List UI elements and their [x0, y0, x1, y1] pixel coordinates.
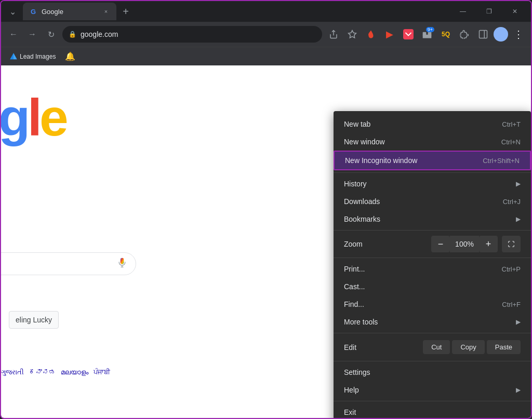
lang-kannada[interactable]: ಕನ್ನಡ [29, 368, 56, 376]
sidebar-toggle-icon[interactable] [475, 26, 491, 43]
minimize-button[interactable]: — [451, 3, 475, 20]
lang-malayalam[interactable]: മലയാളം [61, 368, 88, 376]
svg-marker-1 [349, 31, 356, 38]
tab-close-button[interactable]: × [102, 7, 110, 16]
address-bar[interactable]: 🔒 google.com [62, 26, 322, 43]
context-menu: New tab Ctrl+T New window Ctrl+N New Inc… [334, 111, 531, 418]
menu-section-settings: Settings Help ▶ [334, 361, 531, 401]
5q-icon[interactable]: 5Q [437, 26, 454, 43]
notification-bell-icon[interactable]: 🔔 [62, 48, 78, 65]
menu-item-new-tab[interactable]: New tab Ctrl+T [334, 115, 531, 133]
menu-item-new-window[interactable]: New window Ctrl+N [334, 133, 531, 151]
menu-item-bookmarks[interactable]: Bookmarks ▶ [334, 210, 531, 228]
zoom-controls-row: Zoom − 100% + [334, 233, 531, 255]
menu-item-find[interactable]: Find... Ctrl+F [334, 295, 531, 313]
menu-item-print[interactable]: Print... Ctrl+P [334, 260, 531, 278]
svg-marker-10 [10, 53, 14, 59]
search-box[interactable] [1, 252, 136, 275]
svg-rect-6 [480, 31, 487, 38]
menu-item-cast[interactable]: Cast... [334, 278, 531, 295]
menu-item-history[interactable]: History ▶ [334, 175, 531, 193]
flow-icon[interactable]: ▶ [381, 26, 398, 43]
zoom-level: 100% [450, 236, 479, 252]
bookmark-icon[interactable] [344, 26, 361, 43]
zoom-buttons: − 100% + [431, 236, 521, 252]
page-content: gle [1, 65, 531, 418]
lang-punjabi[interactable]: ਪੰਜਾਬੀ [94, 368, 110, 376]
refresh-button[interactable]: ↻ [43, 26, 59, 43]
svg-marker-11 [14, 53, 17, 59]
bookmarks-bar: Lead Images 🔔 [1, 47, 531, 65]
profile-avatar[interactable] [494, 27, 508, 42]
nav-buttons: ← → ↻ [5, 26, 59, 43]
mic-icon[interactable] [117, 258, 127, 271]
more-menu-button[interactable]: ⋮ [510, 26, 527, 43]
logo-letter-g: g [1, 88, 28, 146]
svg-rect-5 [423, 35, 432, 38]
close-button[interactable]: ✕ [503, 3, 527, 20]
tab-list-button[interactable]: ⌄ [5, 4, 20, 19]
browser-window: ⌄ G Google × + — ❐ ✕ ← → ↻ 🔒 google.com [0, 0, 532, 419]
extension-icon[interactable]: 9+ [419, 26, 435, 43]
tab-title: Google [42, 8, 63, 16]
menu-section-tools: Print... Ctrl+P Cast... Find... Ctrl+F M… [334, 258, 531, 333]
edit-actions: Cut Copy Paste [421, 340, 521, 354]
menu-section-edit: Edit Cut Copy Paste [334, 333, 531, 361]
edit-row: Edit Cut Copy Paste [334, 335, 531, 359]
bookmark-lead-images[interactable]: Lead Images [5, 50, 60, 63]
window-controls: — ❐ ✕ [451, 3, 527, 20]
forward-button[interactable]: → [24, 26, 41, 43]
menu-item-more-tools[interactable]: More tools ▶ [334, 313, 531, 331]
menu-section-zoom: Zoom − 100% + [334, 231, 531, 258]
zoom-out-button[interactable]: − [431, 236, 450, 252]
menu-item-downloads[interactable]: Downloads Ctrl+J [334, 193, 531, 210]
logo-letter-e: e [39, 88, 66, 146]
zoom-in-button[interactable]: + [479, 236, 498, 252]
active-tab[interactable]: G Google × [23, 3, 116, 20]
menu-item-settings[interactable]: Settings [334, 363, 531, 381]
menu-item-exit[interactable]: Exit [334, 403, 531, 418]
menu-section-nav: History ▶ Downloads Ctrl+J Bookmarks ▶ [334, 173, 531, 231]
menu-section-exit: Exit [334, 401, 531, 418]
logo-letter-l: l [28, 88, 39, 146]
google-logo: gle [1, 91, 66, 143]
puzzle-icon[interactable] [456, 26, 473, 43]
copy-button[interactable]: Copy [452, 340, 484, 354]
pocket-icon[interactable] [400, 26, 417, 43]
lang-gujarati[interactable]: ગુજરાતી [1, 368, 24, 376]
menu-item-help[interactable]: Help ▶ [334, 381, 531, 399]
back-button[interactable]: ← [5, 26, 22, 43]
language-bar: ગુજરાતી ಕನ್ನಡ മലയാളം ਪੰਜਾਬੀ [1, 368, 110, 376]
drive-icon [9, 52, 18, 61]
lucky-button[interactable]: eling Lucky [9, 315, 59, 325]
cut-button[interactable]: Cut [423, 340, 450, 354]
menu-section-new: New tab Ctrl+T New window Ctrl+N New Inc… [334, 113, 531, 173]
restore-button[interactable]: ❐ [477, 3, 501, 20]
svg-rect-2 [403, 29, 414, 39]
zoom-fullscreen-button[interactable] [502, 236, 521, 252]
new-tab-button[interactable]: + [118, 4, 133, 19]
toolbar-icons: ▶ 9+ 5Q ⋮ [325, 26, 527, 43]
title-bar: ⌄ G Google × + — ❐ ✕ [1, 1, 531, 22]
fire-icon[interactable] [363, 26, 379, 43]
tab-favicon: G [29, 7, 37, 16]
bookmark-label: Lead Images [20, 53, 56, 60]
paste-button[interactable]: Paste [487, 340, 521, 354]
menu-item-new-incognito[interactable]: New Incognito window Ctrl+Shift+N [334, 151, 531, 170]
extension-badge: 9+ [426, 27, 434, 32]
svg-point-8 [499, 30, 503, 34]
nav-bar: ← → ↻ 🔒 google.com [1, 22, 531, 47]
share-icon[interactable] [325, 26, 342, 43]
tab-strip: G Google × + [23, 3, 448, 20]
